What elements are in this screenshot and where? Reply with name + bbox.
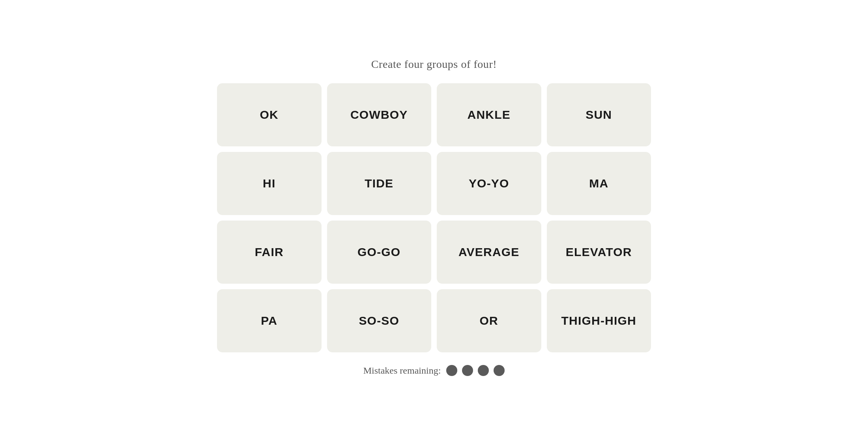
tile-label-tide: TIDE bbox=[365, 177, 393, 190]
tile-label-hi: HI bbox=[263, 177, 275, 190]
tile-thigh-high[interactable]: THIGH-HIGH bbox=[547, 289, 651, 352]
mistake-dot-2 bbox=[462, 365, 473, 376]
tile-label-so-so: SO-SO bbox=[359, 314, 399, 327]
tile-label-cowboy: COWBOY bbox=[350, 108, 408, 122]
tile-label-ok: OK bbox=[260, 108, 279, 122]
tile-yo-yo[interactable]: YO-YO bbox=[437, 152, 541, 215]
mistake-dot-4 bbox=[494, 365, 505, 376]
tile-label-ankle: ANKLE bbox=[468, 108, 511, 122]
tile-label-average: AVERAGE bbox=[458, 245, 520, 259]
tile-go-go[interactable]: GO-GO bbox=[327, 221, 432, 284]
tile-tide[interactable]: TIDE bbox=[327, 152, 432, 215]
tile-fair[interactable]: FAIR bbox=[217, 221, 322, 284]
mistakes-label: Mistakes remaining: bbox=[363, 365, 441, 376]
tile-hi[interactable]: HI bbox=[217, 152, 322, 215]
tile-label-fair: FAIR bbox=[255, 245, 284, 259]
game-container: Create four groups of four! OKCOWBOYANKL… bbox=[217, 58, 651, 376]
subtitle: Create four groups of four! bbox=[371, 58, 497, 71]
mistake-dot-1 bbox=[446, 365, 457, 376]
tile-label-sun: SUN bbox=[586, 108, 612, 122]
tile-label-or: OR bbox=[480, 314, 498, 327]
tile-elevator[interactable]: ELEVATOR bbox=[547, 221, 651, 284]
tile-grid: OKCOWBOYANKLESUNHITIDEYO-YOMAFAIRGO-GOAV… bbox=[217, 83, 651, 352]
tile-so-so[interactable]: SO-SO bbox=[327, 289, 432, 352]
tile-sun[interactable]: SUN bbox=[547, 83, 651, 146]
tile-label-pa: PA bbox=[261, 314, 277, 327]
tile-ma[interactable]: MA bbox=[547, 152, 651, 215]
tile-or[interactable]: OR bbox=[437, 289, 541, 352]
tile-label-yo-yo: YO-YO bbox=[469, 177, 509, 190]
mistake-dot-3 bbox=[478, 365, 489, 376]
tile-label-ma: MA bbox=[589, 177, 608, 190]
mistakes-dots bbox=[446, 365, 505, 376]
tile-label-elevator: ELEVATOR bbox=[566, 245, 632, 259]
tile-pa[interactable]: PA bbox=[217, 289, 322, 352]
tile-cowboy[interactable]: COWBOY bbox=[327, 83, 432, 146]
tile-label-go-go: GO-GO bbox=[357, 245, 400, 259]
tile-average[interactable]: AVERAGE bbox=[437, 221, 541, 284]
tile-ok[interactable]: OK bbox=[217, 83, 322, 146]
mistakes-row: Mistakes remaining: bbox=[363, 365, 505, 376]
tile-ankle[interactable]: ANKLE bbox=[437, 83, 541, 146]
tile-label-thigh-high: THIGH-HIGH bbox=[561, 314, 636, 327]
